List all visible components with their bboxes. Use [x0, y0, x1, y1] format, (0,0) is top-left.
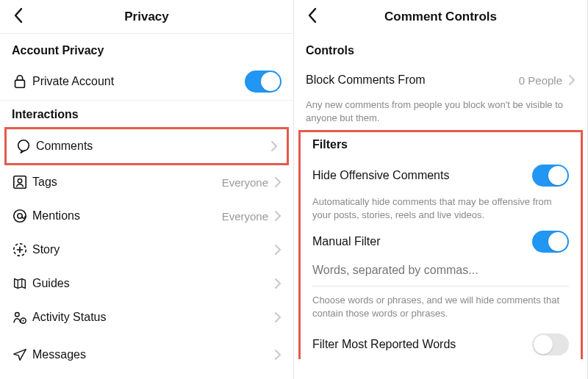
chevron-right-icon — [274, 311, 282, 323]
privacy-screen: Privacy Account Privacy Private Account … — [0, 0, 294, 379]
chevron-right-icon — [270, 140, 278, 152]
svg-point-4 — [14, 210, 26, 223]
block-comments-desc: Any new comments from people you block w… — [294, 97, 587, 130]
comments-highlight: Comments — [4, 127, 289, 165]
filter-reported-row[interactable]: Filter Most Reported Words — [301, 325, 581, 359]
manual-filter-label: Manual Filter — [312, 235, 532, 248]
svg-point-9 — [22, 320, 24, 321]
mentions-label: Mentions — [32, 209, 222, 223]
back-button[interactable] — [300, 0, 325, 34]
svg-rect-0 — [15, 80, 25, 87]
chevron-right-icon — [274, 278, 282, 289]
filters-highlight: Filters Hide Offensive Comments Automati… — [298, 130, 583, 359]
privacy-header: Privacy — [0, 0, 293, 34]
activity-status-row[interactable]: Activity Status — [0, 300, 293, 334]
filters-section: Filters — [301, 132, 581, 157]
block-comments-row[interactable]: Block Comments From 0 People — [294, 63, 587, 97]
guides-icon — [12, 275, 32, 292]
manual-filter-desc: Choose words or phrases, and we will hid… — [301, 286, 581, 325]
comment-controls-header: Comment Controls — [294, 0, 587, 34]
comments-row[interactable]: Comments — [7, 129, 287, 163]
activity-icon — [12, 309, 32, 325]
block-comments-label: Block Comments From — [306, 73, 519, 87]
comments-label: Comments — [36, 140, 270, 153]
story-icon — [12, 242, 32, 258]
manual-filter-toggle[interactable] — [532, 231, 569, 253]
mentions-value: Everyone — [222, 210, 268, 223]
guides-row[interactable]: Guides — [0, 267, 293, 300]
manual-filter-row[interactable]: Manual Filter — [301, 227, 581, 256]
interactions-section: Interactions — [0, 101, 293, 127]
comment-icon — [15, 138, 36, 154]
activity-status-label: Activity Status — [32, 311, 274, 324]
private-account-toggle[interactable] — [245, 71, 282, 93]
tags-value: Everyone — [222, 176, 268, 189]
hide-offensive-toggle[interactable] — [532, 165, 569, 187]
lock-icon — [12, 73, 32, 90]
story-row[interactable]: Story — [0, 233, 293, 267]
svg-point-5 — [18, 214, 22, 218]
tags-label: Tags — [32, 176, 222, 189]
page-title: Comment Controls — [384, 10, 497, 24]
messages-icon — [12, 347, 32, 363]
svg-point-1 — [18, 140, 29, 151]
hide-offensive-label: Hide Offensive Comments — [312, 169, 532, 182]
private-account-row[interactable]: Private Account — [0, 63, 293, 100]
filter-reported-toggle[interactable] — [532, 333, 569, 355]
tags-row[interactable]: Tags Everyone — [0, 165, 293, 199]
mention-icon — [12, 208, 32, 224]
back-button[interactable] — [6, 0, 31, 34]
hide-offensive-desc: Automatically hide comments that may be … — [301, 194, 581, 227]
chevron-left-icon — [13, 7, 24, 26]
svg-rect-2 — [14, 176, 26, 189]
manual-filter-input[interactable] — [301, 256, 581, 286]
mentions-row[interactable]: Mentions Everyone — [0, 199, 293, 233]
chevron-right-icon — [274, 349, 282, 361]
private-account-label: Private Account — [32, 75, 245, 88]
account-privacy-section: Account Privacy — [0, 34, 293, 63]
block-comments-value: 0 People — [519, 74, 562, 87]
svg-point-7 — [15, 313, 19, 317]
chevron-right-icon — [568, 74, 576, 86]
chevron-right-icon — [274, 244, 282, 256]
svg-point-3 — [18, 178, 22, 183]
story-label: Story — [32, 243, 274, 256]
comment-controls-screen: Comment Controls Controls Block Comments… — [294, 0, 588, 379]
chevron-right-icon — [274, 210, 282, 222]
tag-icon — [12, 174, 32, 190]
hide-offensive-row[interactable]: Hide Offensive Comments — [301, 157, 581, 194]
messages-row[interactable]: Messages — [0, 334, 293, 368]
chevron-left-icon — [307, 7, 318, 26]
guides-label: Guides — [32, 277, 274, 290]
messages-label: Messages — [32, 348, 274, 361]
chevron-right-icon — [274, 176, 282, 188]
filter-reported-label: Filter Most Reported Words — [312, 338, 532, 351]
controls-section: Controls — [294, 34, 587, 63]
page-title: Privacy — [124, 10, 169, 24]
